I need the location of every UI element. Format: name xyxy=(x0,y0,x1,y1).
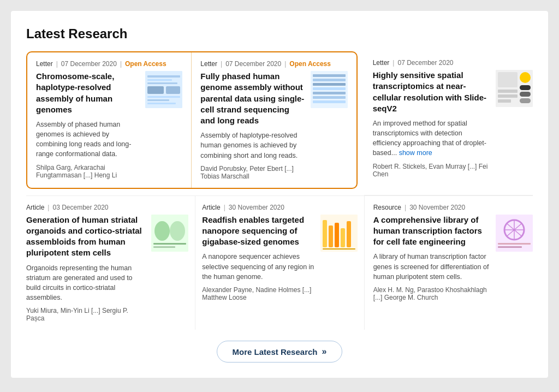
card-title-bottom-mid[interactable]: Readfish enables targeted nanopore seque… xyxy=(202,215,314,248)
svg-rect-19 xyxy=(520,72,531,83)
card-meta-bottom-mid: Article | 30 November 2020 xyxy=(202,204,357,211)
cards-grid: Letter | 07 December 2020 | Open Access … xyxy=(26,51,533,330)
svg-rect-21 xyxy=(520,92,531,97)
card-desc-bottom-left: Organoids representing the human striatu… xyxy=(26,263,146,303)
svg-rect-8 xyxy=(147,103,176,104)
more-button-row: More Latest Research » xyxy=(26,341,533,363)
card-authors-bottom-mid: Alexander Payne, Nadine Holmes [...] Mat… xyxy=(202,286,314,301)
svg-rect-29 xyxy=(153,243,186,245)
card-authors-top-left: Shilpa Garg, Arkarachai Fungtammasan [..… xyxy=(36,164,140,179)
more-button-label: More Latest Research xyxy=(233,347,318,357)
card-type-bottom-left: Article xyxy=(26,204,44,211)
show-more-link[interactable]: show more xyxy=(399,149,432,157)
svg-rect-14 xyxy=(313,92,346,94)
svg-rect-3 xyxy=(147,82,177,84)
card-date-bottom-mid: 30 November 2020 xyxy=(229,204,284,211)
svg-rect-16 xyxy=(313,100,346,103)
svg-rect-15 xyxy=(313,96,346,99)
card-type-top-left: Letter xyxy=(36,60,53,68)
svg-rect-6 xyxy=(147,96,180,98)
card-top-right: Letter | 07 December 2020 Highly sensiti… xyxy=(364,51,533,195)
svg-rect-22 xyxy=(520,98,531,103)
card-thumb-top-right xyxy=(496,70,533,107)
card-authors-bottom-left: Yuki Miura, Min-Yin Li [...] Sergiu P. P… xyxy=(26,307,146,322)
card-bottom-mid: Article | 30 November 2020 Readfish enab… xyxy=(195,195,364,330)
svg-rect-2 xyxy=(147,79,172,81)
card-title-bottom-left[interactable]: Generation of human striatal organoids a… xyxy=(26,215,146,259)
page-title: Latest Research xyxy=(26,26,533,41)
card-desc-top-mid: Assembly of haplotype-resolved human gen… xyxy=(200,130,305,160)
svg-rect-41 xyxy=(498,246,522,248)
card-type-bottom-mid: Article xyxy=(202,204,220,211)
card-date-top-right: 07 December 2020 xyxy=(397,59,453,67)
card-thumb-top-left xyxy=(145,71,182,108)
card-meta-bottom-left: Article | 03 December 2020 xyxy=(26,204,188,211)
page-container: Latest Research Letter | 07 December 202… xyxy=(11,11,548,378)
card-title-top-right[interactable]: Highly sensitive spatial transcriptomics… xyxy=(373,70,490,114)
svg-rect-34 xyxy=(335,223,339,247)
svg-rect-30 xyxy=(153,246,175,248)
svg-rect-13 xyxy=(313,87,346,90)
card-meta-top-left: Letter | 07 December 2020 | Open Access xyxy=(36,60,182,68)
card-meta-top-right: Letter | 07 December 2020 xyxy=(373,59,533,67)
svg-rect-10 xyxy=(313,74,346,77)
card-thumb-bottom-mid xyxy=(320,215,358,252)
svg-rect-25 xyxy=(498,99,511,103)
card-meta-bottom-right: Resource | 30 November 2020 xyxy=(373,204,533,211)
svg-rect-24 xyxy=(498,94,518,98)
svg-rect-33 xyxy=(329,225,333,247)
svg-rect-4 xyxy=(147,86,164,94)
card-bottom-left: Article | 03 December 2020 Generation of… xyxy=(26,195,195,330)
open-access-badge-2: Open Access xyxy=(289,60,331,68)
card-thumb-top-mid xyxy=(311,71,348,108)
card-date-top-mid: 07 December 2020 xyxy=(225,60,281,68)
card-title-top-left[interactable]: Chromosome-scale, haplotype-resolved ass… xyxy=(36,71,140,115)
svg-rect-12 xyxy=(313,83,346,86)
card-meta-top-mid: Letter | 07 December 2020 | Open Access xyxy=(200,60,347,68)
card-bottom-right: Resource | 30 November 2020 A comprehens… xyxy=(364,195,533,330)
card-title-top-mid[interactable]: Fully phased human genome assembly witho… xyxy=(200,71,305,126)
card-date-top-left: 07 December 2020 xyxy=(61,60,117,68)
card-top-left: Letter | 07 December 2020 | Open Access … xyxy=(27,52,192,188)
open-access-badge-1: Open Access xyxy=(125,60,166,68)
svg-point-28 xyxy=(170,221,185,241)
svg-point-27 xyxy=(154,221,170,241)
more-latest-research-button[interactable]: More Latest Research » xyxy=(217,341,343,363)
svg-rect-11 xyxy=(313,79,346,81)
card-desc-bottom-mid: A nanopore sequencer achieves selective … xyxy=(202,252,314,281)
card-authors-bottom-right: Alex H. M. Ng, Parastoo Khoshakhlagh [..… xyxy=(373,286,490,301)
card-desc-top-left: Assembly of phased human genomes is achi… xyxy=(36,120,140,159)
card-desc-top-right: An improved method for spatial transcrip… xyxy=(373,118,490,158)
svg-rect-23 xyxy=(498,90,518,93)
svg-rect-37 xyxy=(323,248,355,250)
card-type-top-mid: Letter xyxy=(200,60,217,68)
svg-rect-40 xyxy=(498,243,531,245)
card-date-bottom-right: 30 November 2020 xyxy=(409,204,465,211)
card-type-top-right: Letter xyxy=(373,59,390,67)
card-desc-bottom-right: A library of human transcription factor … xyxy=(373,252,490,281)
svg-rect-35 xyxy=(341,228,345,247)
card-thumb-bottom-right xyxy=(496,215,533,252)
svg-rect-20 xyxy=(520,85,531,90)
card-title-bottom-right[interactable]: A comprehensive library of human transcr… xyxy=(373,215,490,248)
svg-rect-36 xyxy=(347,221,351,247)
svg-rect-18 xyxy=(498,72,518,87)
card-thumb-bottom-left xyxy=(151,215,188,252)
card-authors-top-right: Robert R. Stickels, Evan Murray [...] Fe… xyxy=(373,163,490,178)
card-authors-top-mid: David Porubsky, Peter Ebert [...] Tobias… xyxy=(200,165,305,180)
svg-rect-7 xyxy=(147,99,169,101)
card-type-bottom-right: Resource xyxy=(373,204,401,211)
card-date-bottom-left: 03 December 2020 xyxy=(52,204,108,211)
chevron-right-icon: » xyxy=(322,347,327,357)
svg-rect-5 xyxy=(166,86,180,94)
svg-rect-1 xyxy=(147,75,180,78)
svg-rect-32 xyxy=(323,220,327,247)
card-top-mid: Letter | 07 December 2020 | Open Access … xyxy=(192,52,356,188)
highlighted-group: Letter | 07 December 2020 | Open Access … xyxy=(26,51,358,189)
